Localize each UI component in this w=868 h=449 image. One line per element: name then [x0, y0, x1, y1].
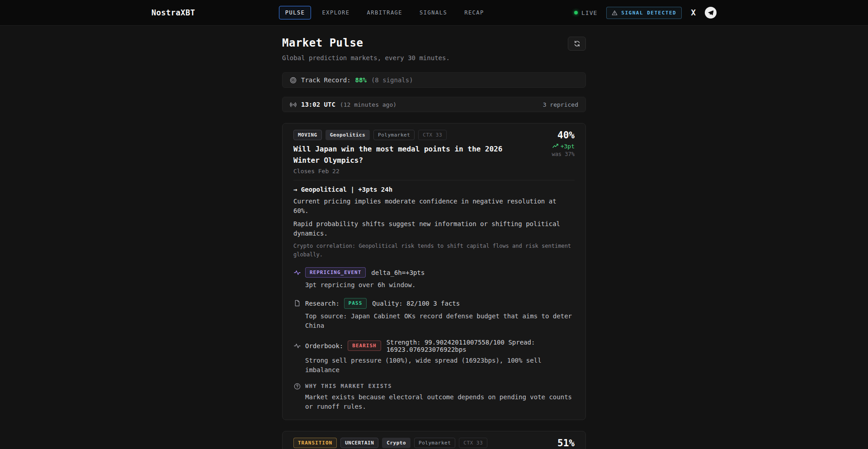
section-label: WHY THIS MARKET EXISTS [305, 383, 392, 389]
tab-explore[interactable]: EXPLORE [316, 6, 356, 19]
refresh-icon [574, 40, 580, 47]
card-divider [293, 180, 575, 180]
track-record-label: Track Record: [301, 76, 351, 84]
signal-badge-label: SIGNAL DETECTED [621, 10, 676, 16]
analysis-block: → Geopolitical | +3pts 24h Current prici… [293, 186, 575, 259]
track-record-detail: (8 signals) [371, 76, 413, 84]
market-closes: Closes Feb 22 [293, 168, 520, 175]
card-sections: REPRICING_EVENTdelta_6h=+3pts3pt reprici… [293, 267, 575, 411]
section-row: REPRICING_EVENTdelta_6h=+3pts [293, 267, 575, 278]
section-label: Research: [305, 300, 340, 307]
activity-icon [293, 343, 301, 349]
badge-pass: PASS [344, 298, 367, 308]
top-nav: NostraXBT PULSEEXPLOREARBITRAGESIGNALSRE… [0, 0, 868, 26]
tab-signals[interactable]: SIGNALS [413, 6, 453, 19]
badge-repricing-event: REPRICING_EVENT [305, 267, 366, 278]
market-card[interactable]: MOVINGGeopoliticsPolymarketCTX 33 Will J… [282, 123, 586, 420]
section-detail: delta_6h=+3pts [371, 269, 425, 276]
nav-inner: NostraXBT PULSEEXPLOREARBITRAGESIGNALSRE… [151, 0, 717, 25]
live-label: LIVE [581, 9, 597, 16]
target-icon [290, 77, 297, 84]
section-orderbook: Orderbook:BEARISHStrength: 99.9024201100… [293, 339, 575, 375]
page-head: Market Pulse [282, 37, 586, 51]
badge-polymarket: Polymarket [414, 438, 455, 448]
live-indicator: LIVE [574, 9, 597, 16]
update-time: 13:02 UTC [301, 101, 335, 108]
section-description: Strong sell pressure (100%), wide spread… [293, 356, 575, 375]
badge-bearish: BEARISH [348, 340, 381, 351]
section-row: WHY THIS MARKET EXISTS [293, 383, 575, 390]
price-delta-value: +3pt [561, 143, 575, 150]
badge-ctx-33: CTX 33 [418, 130, 447, 140]
track-record-value: 88% [355, 76, 367, 84]
analysis-headline: → Geopolitical | +3pts 24h [293, 186, 575, 193]
section-detail: Quality: 82/100 3 facts [372, 300, 460, 307]
track-record-bar: Track Record: 88% (8 signals) [282, 72, 586, 88]
section-label: Orderbook: [305, 342, 343, 350]
activity-icon [293, 270, 301, 275]
broadcast-icon [290, 101, 297, 108]
badge-row: MOVINGGeopoliticsPolymarketCTX 33 [293, 130, 520, 140]
nav-right: LIVE SIGNAL DETECTED X [574, 7, 717, 19]
section-description: Top source: Japan Cabinet OKs record def… [293, 312, 575, 331]
section-research: Research:PASSQuality: 82/100 3 factsTop … [293, 298, 575, 330]
price-current: 40% [531, 130, 575, 141]
price-delta: +3pt [531, 143, 575, 150]
section-row: Orderbook:BEARISHStrength: 99.9024201100… [293, 339, 575, 353]
nav-tabs: PULSEEXPLOREARBITRAGESIGNALSRECAP [279, 6, 491, 19]
section-detail: Strength: 99.90242011007558/100 Spread: … [387, 339, 575, 353]
update-ago: (12 minutes ago) [340, 101, 396, 108]
section-repricing: REPRICING_EVENTdelta_6h=+3pts3pt reprici… [293, 267, 575, 290]
price-block: 51% -1pt was 52% [531, 438, 575, 449]
card-head: MOVINGGeopoliticsPolymarketCTX 33 Will J… [293, 130, 575, 175]
section-why: WHY THIS MARKET EXISTSMarket exists beca… [293, 383, 575, 411]
page-subtitle: Global prediction markets, every 30 minu… [282, 54, 586, 61]
trend-up-icon [552, 143, 558, 150]
price-block: 40% +3pt was 37% [531, 130, 575, 175]
repriced-count: 3 repriced [543, 101, 578, 108]
live-dot-icon [574, 11, 578, 14]
analysis-paragraph: Rapid probability shifts suggest new inf… [293, 219, 575, 238]
page-title: Market Pulse [282, 37, 363, 49]
analysis-note: Crypto correlation: Geopolitical risk te… [293, 242, 575, 259]
badge-polymarket: Polymarket [373, 130, 415, 140]
tab-pulse[interactable]: PULSE [279, 6, 311, 19]
price-was: was 37% [531, 151, 575, 157]
brand-logo[interactable]: NostraXBT [151, 8, 195, 17]
badge-uncertain: UNCERTAIN [340, 438, 378, 448]
x-twitter-icon[interactable]: X [691, 9, 696, 17]
refresh-button[interactable] [568, 37, 586, 51]
badge-geopolitics: Geopolitics [326, 130, 370, 140]
alert-triangle-icon [612, 10, 618, 16]
analysis-paragraph: Current pricing implies moderate confide… [293, 197, 575, 216]
badge-crypto: Crypto [382, 438, 410, 448]
section-description: 3pt repricing over 6h window. [293, 280, 575, 290]
badge-moving: MOVING [293, 130, 322, 140]
analysis-paragraphs: Current pricing implies moderate confide… [293, 197, 575, 238]
market-card[interactable]: TRANSITIONUNCERTAINCryptoPolymarketCTX 3… [282, 431, 586, 449]
update-bar: 13:02 UTC (12 minutes ago) 3 repriced [282, 97, 586, 112]
help-icon [293, 383, 301, 390]
badge-transition: TRANSITION [293, 438, 337, 448]
signal-detected-badge[interactable]: SIGNAL DETECTED [606, 7, 682, 19]
section-description: Market exists because electoral outcome … [293, 392, 575, 411]
price-current: 51% [531, 438, 575, 449]
cards-list: MOVINGGeopoliticsPolymarketCTX 33 Will J… [282, 123, 586, 449]
market-title: Will Japan win the most medal points in … [293, 144, 520, 166]
file-icon [293, 300, 301, 307]
badge-ctx-33: CTX 33 [459, 438, 487, 448]
badge-row: TRANSITIONUNCERTAINCryptoPolymarketCTX 3… [293, 438, 515, 448]
section-row: Research:PASSQuality: 82/100 3 facts [293, 298, 575, 308]
tab-arbitrage[interactable]: ARBITRAGE [361, 6, 409, 19]
telegram-icon[interactable] [705, 7, 717, 19]
tab-recap[interactable]: RECAP [458, 6, 491, 19]
card-head: TRANSITIONUNCERTAINCryptoPolymarketCTX 3… [293, 438, 575, 449]
main-content: Market Pulse Global prediction markets, … [282, 26, 586, 449]
